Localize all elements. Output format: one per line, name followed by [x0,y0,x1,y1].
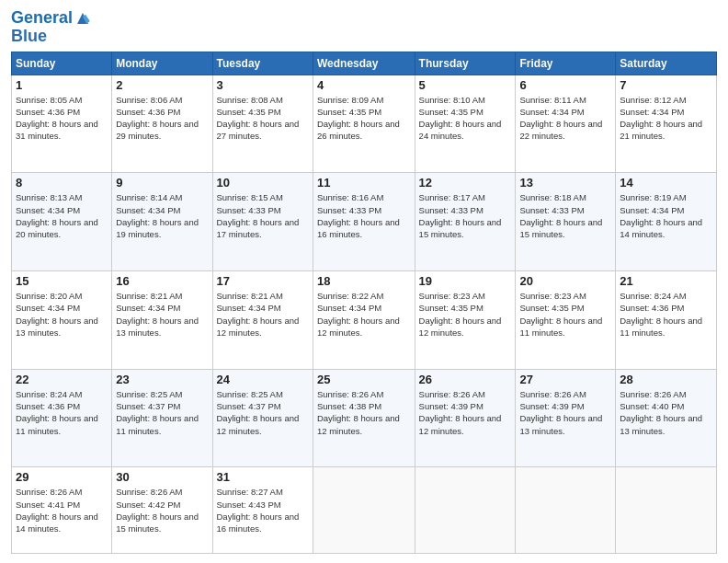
day-number: 23 [116,373,208,386]
day-detail: Sunrise: 8:26 AM Sunset: 4:39 PM Dayligh… [519,388,611,437]
day-detail: Sunrise: 8:06 AM Sunset: 4:36 PM Dayligh… [116,94,208,143]
day-detail: Sunrise: 8:26 AM Sunset: 4:40 PM Dayligh… [620,388,712,437]
day-detail: Sunrise: 8:13 AM Sunset: 4:34 PM Dayligh… [16,191,108,240]
day-detail: Sunrise: 8:15 AM Sunset: 4:33 PM Dayligh… [217,191,309,240]
day-detail: Sunrise: 8:19 AM Sunset: 4:34 PM Dayligh… [620,191,712,240]
calendar-week-1: 1 Sunrise: 8:05 AM Sunset: 4:36 PM Dayli… [12,75,717,173]
day-number: 18 [317,274,411,288]
calendar-cell: 24 Sunrise: 8:25 AM Sunset: 4:37 PM Dayl… [212,369,313,467]
day-number: 17 [217,274,309,288]
calendar-cell: 19 Sunrise: 8:23 AM Sunset: 4:35 PM Dayl… [415,271,516,370]
day-number: 16 [116,274,208,288]
day-detail: Sunrise: 8:25 AM Sunset: 4:37 PM Dayligh… [116,388,208,437]
page: General Blue SundayMondayTuesdayWednesda… [0,0,728,563]
day-number: 12 [419,176,512,190]
calendar-cell: 23 Sunrise: 8:25 AM Sunset: 4:37 PM Dayl… [112,369,212,467]
day-number: 3 [217,78,309,92]
day-detail: Sunrise: 8:11 AM Sunset: 4:34 PM Dayligh… [519,94,611,143]
day-number: 8 [16,176,108,190]
day-detail: Sunrise: 8:24 AM Sunset: 4:36 PM Dayligh… [16,388,108,437]
day-number: 1 [16,78,108,92]
day-detail: Sunrise: 8:09 AM Sunset: 4:35 PM Dayligh… [317,94,411,143]
day-number: 31 [217,470,309,484]
day-detail: Sunrise: 8:27 AM Sunset: 4:43 PM Dayligh… [217,486,309,534]
day-header-friday: Friday [516,52,616,75]
day-number: 22 [16,373,108,386]
day-number: 30 [116,470,208,484]
day-number: 21 [620,274,712,288]
day-detail: Sunrise: 8:21 AM Sunset: 4:34 PM Dayligh… [116,290,208,339]
calendar-cell [516,467,616,554]
day-number: 14 [620,176,712,190]
calendar-cell: 6 Sunrise: 8:11 AM Sunset: 4:34 PM Dayli… [516,75,616,173]
day-number: 25 [317,373,411,386]
day-number: 5 [419,78,512,92]
day-detail: Sunrise: 8:12 AM Sunset: 4:34 PM Dayligh… [620,94,712,143]
calendar-cell: 9 Sunrise: 8:14 AM Sunset: 4:34 PM Dayli… [112,173,212,271]
logo-text: General [11,9,73,28]
day-number: 24 [217,373,309,386]
day-detail: Sunrise: 8:08 AM Sunset: 4:35 PM Dayligh… [217,94,309,143]
calendar-week-3: 15 Sunrise: 8:20 AM Sunset: 4:34 PM Dayl… [12,271,717,370]
calendar-cell: 16 Sunrise: 8:21 AM Sunset: 4:34 PM Dayl… [112,271,212,370]
day-number: 27 [519,373,611,386]
day-number: 6 [519,78,611,92]
day-number: 4 [317,78,411,92]
day-detail: Sunrise: 8:23 AM Sunset: 4:35 PM Dayligh… [419,290,512,339]
calendar-cell: 17 Sunrise: 8:21 AM Sunset: 4:34 PM Dayl… [212,271,313,370]
day-detail: Sunrise: 8:05 AM Sunset: 4:36 PM Dayligh… [16,94,108,143]
calendar-cell: 10 Sunrise: 8:15 AM Sunset: 4:33 PM Dayl… [212,173,313,271]
calendar-cell: 13 Sunrise: 8:18 AM Sunset: 4:33 PM Dayl… [516,173,616,271]
calendar-cell: 1 Sunrise: 8:05 AM Sunset: 4:36 PM Dayli… [12,75,112,173]
calendar-cell: 4 Sunrise: 8:09 AM Sunset: 4:35 PM Dayli… [313,75,415,173]
calendar-week-5: 29 Sunrise: 8:26 AM Sunset: 4:41 PM Dayl… [12,467,717,554]
day-header-saturday: Saturday [616,52,717,75]
day-number: 13 [519,176,611,190]
calendar-cell: 3 Sunrise: 8:08 AM Sunset: 4:35 PM Dayli… [212,75,313,173]
calendar-cell [616,467,717,554]
day-detail: Sunrise: 8:21 AM Sunset: 4:34 PM Dayligh… [217,290,309,339]
calendar-cell: 27 Sunrise: 8:26 AM Sunset: 4:39 PM Dayl… [516,369,616,467]
calendar-cell: 12 Sunrise: 8:17 AM Sunset: 4:33 PM Dayl… [415,173,516,271]
day-header-wednesday: Wednesday [313,52,415,75]
day-detail: Sunrise: 8:26 AM Sunset: 4:38 PM Dayligh… [317,388,411,437]
day-number: 19 [419,274,512,288]
calendar-cell: 15 Sunrise: 8:20 AM Sunset: 4:34 PM Dayl… [12,271,112,370]
day-number: 2 [116,78,208,92]
logo: General Blue [11,9,91,46]
calendar-cell: 2 Sunrise: 8:06 AM Sunset: 4:36 PM Dayli… [112,75,212,173]
day-detail: Sunrise: 8:17 AM Sunset: 4:33 PM Dayligh… [419,191,512,240]
day-number: 11 [317,176,411,190]
calendar-cell: 25 Sunrise: 8:26 AM Sunset: 4:38 PM Dayl… [313,369,415,467]
day-number: 10 [217,176,309,190]
day-header-thursday: Thursday [415,52,516,75]
calendar-header-row: SundayMondayTuesdayWednesdayThursdayFrid… [12,52,717,75]
calendar-cell: 28 Sunrise: 8:26 AM Sunset: 4:40 PM Dayl… [616,369,717,467]
calendar-cell [313,467,415,554]
calendar-week-2: 8 Sunrise: 8:13 AM Sunset: 4:34 PM Dayli… [12,173,717,271]
day-header-monday: Monday [112,52,212,75]
logo-text-blue: Blue [11,28,91,46]
calendar-cell: 21 Sunrise: 8:24 AM Sunset: 4:36 PM Dayl… [616,271,717,370]
day-detail: Sunrise: 8:20 AM Sunset: 4:34 PM Dayligh… [16,290,108,339]
calendar-week-4: 22 Sunrise: 8:24 AM Sunset: 4:36 PM Dayl… [12,369,717,467]
calendar-cell: 29 Sunrise: 8:26 AM Sunset: 4:41 PM Dayl… [12,467,112,554]
calendar-cell: 22 Sunrise: 8:24 AM Sunset: 4:36 PM Dayl… [12,369,112,467]
header: General Blue [11,9,717,46]
day-number: 26 [419,373,512,386]
calendar-cell: 14 Sunrise: 8:19 AM Sunset: 4:34 PM Dayl… [616,173,717,271]
calendar-cell: 8 Sunrise: 8:13 AM Sunset: 4:34 PM Dayli… [12,173,112,271]
day-detail: Sunrise: 8:26 AM Sunset: 4:41 PM Dayligh… [16,486,108,534]
calendar-cell: 31 Sunrise: 8:27 AM Sunset: 4:43 PM Dayl… [212,467,313,554]
day-detail: Sunrise: 8:18 AM Sunset: 4:33 PM Dayligh… [519,191,611,240]
calendar-cell: 5 Sunrise: 8:10 AM Sunset: 4:35 PM Dayli… [415,75,516,173]
calendar-table: SundayMondayTuesdayWednesdayThursdayFrid… [11,52,717,554]
calendar-cell: 30 Sunrise: 8:26 AM Sunset: 4:42 PM Dayl… [112,467,212,554]
day-detail: Sunrise: 8:23 AM Sunset: 4:35 PM Dayligh… [519,290,611,339]
day-detail: Sunrise: 8:14 AM Sunset: 4:34 PM Dayligh… [116,191,208,240]
logo-icon [74,10,91,27]
day-detail: Sunrise: 8:16 AM Sunset: 4:33 PM Dayligh… [317,191,411,240]
day-header-sunday: Sunday [12,52,112,75]
day-number: 28 [620,373,712,386]
calendar-cell [415,467,516,554]
